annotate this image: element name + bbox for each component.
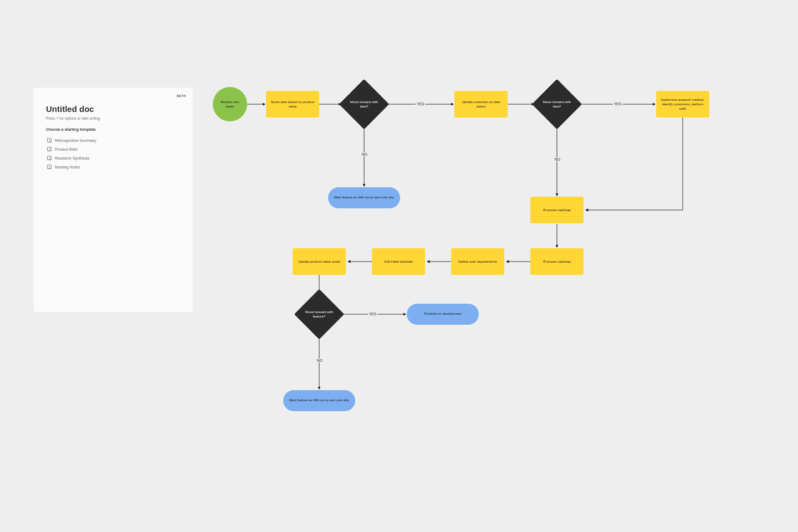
- node-promote-roadmap-1[interactable]: Promote roadmap: [530, 197, 584, 223]
- node-label: Prioritize for development: [424, 312, 462, 316]
- template-icon: [47, 156, 52, 160]
- node-decision-2[interactable]: Move forward with idea?: [532, 79, 582, 130]
- node-label: Mark feature as Will not do and note why: [334, 196, 395, 200]
- node-label: Update product value score: [298, 259, 340, 264]
- template-item-meeting-notes[interactable]: Meeting Notes: [46, 162, 180, 171]
- canvas[interactable]: BETA Untitled doc Press '/' for options …: [0, 0, 798, 532]
- node-label: Mark feature as Will not do and note why: [289, 398, 350, 403]
- node-promote-roadmap-2[interactable]: Promote roadmap: [530, 248, 584, 275]
- doc-title[interactable]: Untitled doc: [46, 104, 180, 114]
- template-icon: [47, 138, 52, 142]
- template-item-research-synthesis[interactable]: Research Synthesis: [46, 154, 180, 162]
- node-add-initial-estimate[interactable]: Add initial estimate: [372, 248, 425, 275]
- template-label: Research Synthesis: [55, 156, 89, 160]
- doc-panel[interactable]: BETA Untitled doc Press '/' for options …: [33, 88, 193, 312]
- template-item-retrospective[interactable]: Retrospective Summary: [46, 136, 180, 145]
- beta-badge: BETA: [177, 94, 186, 98]
- node-score-idea[interactable]: Score idea based on product value: [266, 91, 319, 117]
- node-decision-1[interactable]: Move forward with idea?: [339, 79, 390, 130]
- node-terminal-willnot-2[interactable]: Mark feature as Will not do and note why: [283, 390, 355, 411]
- node-define-user-req[interactable]: Define user requirements: [451, 248, 504, 275]
- template-list: Retrospective Summary Product Brief Rese…: [46, 136, 180, 171]
- template-label: Meeting Notes: [55, 165, 80, 169]
- node-decision-3[interactable]: Move forward with feature?: [294, 289, 345, 340]
- node-label: Define user requirements: [458, 259, 497, 264]
- edge-label-no-2: NO: [554, 157, 561, 161]
- node-update-customer[interactable]: Update customer on idea status: [454, 91, 508, 117]
- node-label: Promote roadmap: [543, 208, 571, 212]
- node-label: Review new ideas: [217, 100, 243, 109]
- node-determine-research[interactable]: Determine research method, identify cust…: [656, 91, 709, 117]
- node-label: Move forward with idea?: [539, 100, 575, 109]
- doc-subtitle: Press '/' for options or start writing: [46, 116, 180, 120]
- template-icon: [47, 165, 52, 169]
- node-terminal-willnot-1[interactable]: Mark feature as Will not do and note why: [328, 187, 400, 208]
- node-label: Move forward with idea?: [346, 100, 382, 109]
- node-label: Score idea based on product value: [270, 100, 315, 109]
- choose-template-label: Choose a starting template: [46, 127, 180, 131]
- edge-label-no-1: NO: [361, 152, 369, 156]
- template-item-product-brief[interactable]: Product Brief: [46, 145, 180, 154]
- template-label: Product Brief: [55, 147, 77, 151]
- template-label: Retrospective Summary: [55, 139, 96, 142]
- edge-label-yes-3: YES: [368, 312, 377, 316]
- node-label: Add initial estimate: [384, 259, 413, 264]
- node-start[interactable]: Review new ideas: [213, 87, 247, 121]
- node-label: Update customer on idea status: [459, 100, 503, 109]
- edge-label-no-3: NO: [316, 359, 324, 362]
- node-label: Move forward with feature?: [301, 310, 337, 319]
- template-icon: [47, 147, 52, 151]
- edge-label-yes-2: YES: [613, 102, 622, 106]
- node-update-score[interactable]: Update product value score: [293, 248, 346, 275]
- node-label: Promote roadmap: [543, 259, 571, 264]
- edge-label-yes-1: YES: [416, 102, 425, 106]
- node-label: Determine research method, identify cust…: [661, 98, 705, 111]
- node-terminal-prioritize[interactable]: Prioritize for development: [407, 304, 479, 325]
